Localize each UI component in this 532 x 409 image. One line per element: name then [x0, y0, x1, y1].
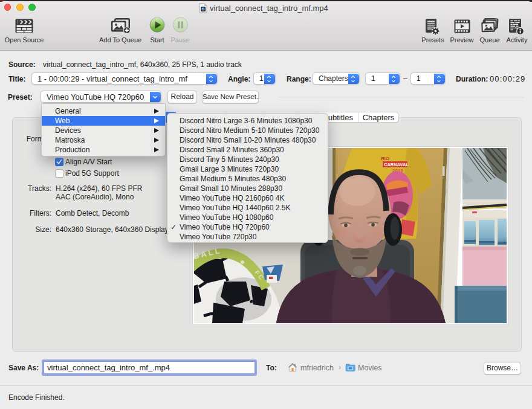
svg-text:CARNAVAL: CARNAVAL	[384, 162, 409, 167]
svg-text:RIO: RIO	[381, 156, 389, 161]
